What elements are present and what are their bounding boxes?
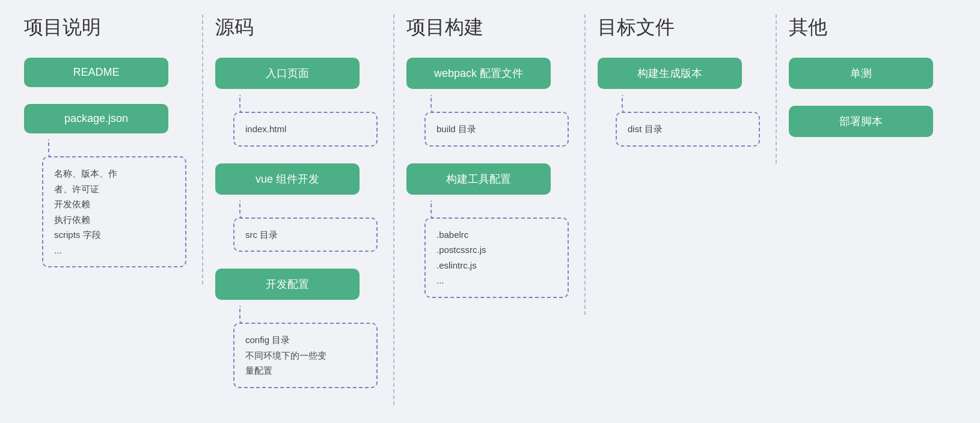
node-group-webpack-config: webpack 配置文件build 目录 — [406, 58, 574, 153]
node-build-tools-detail: .babelrc .postcssrc.js .eslintrc.js ... — [424, 218, 569, 298]
node-group-package-json: package.json名称、版本、作 者、许可证 开发依赖 执行依赖 scri… — [24, 104, 191, 273]
column-others: 其他单测部署脚本 — [777, 14, 968, 154]
connector-build-dir — [430, 95, 449, 113]
node-unit-test: 单测 — [789, 58, 933, 89]
connector-dist-dir — [622, 95, 640, 113]
node-vue-components: vue 组件开发 — [215, 163, 360, 195]
column-project-desc: 项目说明READMEpackage.json名称、版本、作 者、许可证 开发依赖… — [12, 14, 203, 284]
connector-src-dir — [239, 201, 257, 219]
node-readme: README — [24, 58, 168, 87]
node-group-build-version: 构建生成版本dist 目录 — [598, 58, 765, 153]
node-dev-config: 开发配置 — [215, 269, 360, 300]
column-target-files: 目标文件构建生成版本dist 目录 — [586, 14, 777, 163]
node-package-json: package.json — [24, 104, 168, 133]
node-build-tools: 构建工具配置 — [406, 163, 551, 195]
node-entry-page: 入口页面 — [215, 58, 360, 89]
node-group-readme: README — [24, 58, 191, 93]
node-group-unit-test: 单测 — [789, 58, 956, 95]
column-title-others: 其他 — [789, 14, 827, 41]
node-group-deploy-script: 部署脚本 — [789, 106, 956, 143]
column-title-target-files: 目标文件 — [598, 14, 675, 41]
column-title-project-build: 项目构建 — [406, 14, 483, 41]
node-build-version: 构建生成版本 — [598, 58, 742, 89]
node-group-vue-components: vue 组件开发src 目录 — [215, 163, 382, 258]
node-group-build-tools: 构建工具配置.babelrc .postcssrc.js .eslintrc.j… — [406, 163, 574, 304]
node-group-entry-page: 入口页面index.html — [215, 58, 382, 153]
node-src-dir: src 目录 — [233, 218, 378, 252]
connector-build-tools-detail — [430, 201, 449, 219]
node-build-dir: build 目录 — [424, 112, 569, 147]
connector-package-json-detail — [48, 139, 66, 157]
column-title-source-code: 源码 — [215, 14, 254, 41]
connector-index-html — [239, 95, 257, 113]
node-group-dev-config: 开发配置config 目录 不同环境下的一些变 量配置 — [215, 269, 382, 394]
node-package-json-detail: 名称、版本、作 者、许可证 开发依赖 执行依赖 scripts 字段 ... — [42, 156, 186, 267]
column-title-project-desc: 项目说明 — [24, 14, 101, 41]
node-dist-dir: dist 目录 — [616, 112, 760, 147]
diagram: 项目说明READMEpackage.json名称、版本、作 者、许可证 开发依赖… — [12, 14, 968, 405]
connector-config-dir — [239, 306, 257, 324]
column-project-build: 项目构建webpack 配置文件build 目录构建工具配置.babelrc .… — [394, 14, 586, 315]
node-index-html: index.html — [233, 112, 378, 147]
node-webpack-config: webpack 配置文件 — [406, 58, 551, 89]
node-config-dir: config 目录 不同环境下的一些变 量配置 — [233, 323, 378, 388]
column-source-code: 源码入口页面index.htmlvue 组件开发src 目录开发配置config… — [203, 14, 394, 405]
node-deploy-script: 部署脚本 — [789, 106, 933, 137]
